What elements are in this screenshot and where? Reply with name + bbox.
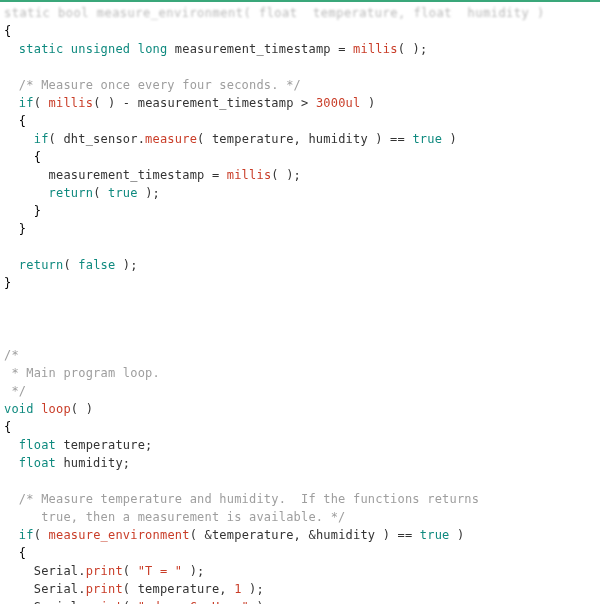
code-line: } — [4, 204, 41, 218]
code-line: } — [4, 222, 26, 236]
code-line: Serial.print( temperature, 1 ); — [4, 582, 264, 596]
code-line: return( true ); — [4, 186, 160, 200]
code-line: { — [4, 546, 26, 560]
code-line: static bool measure_environment( float t… — [4, 6, 545, 20]
code-line: if( millis( ) - measurement_timestamp > … — [4, 96, 375, 110]
code-line: { — [4, 420, 11, 434]
code-line: /* Measure once every four seconds. */ — [4, 78, 301, 92]
code-line: if( dht_sensor.measure( temperature, hum… — [4, 132, 457, 146]
code-block: static bool measure_environment( float t… — [0, 2, 600, 604]
code-line: /* Measure temperature and humidity. If … — [4, 492, 479, 506]
code-line: { — [4, 150, 41, 164]
code-line: return( false ); — [4, 258, 138, 272]
code-line: /* — [4, 348, 19, 362]
code-line: * Main program loop. — [4, 366, 160, 380]
code-line: { — [4, 24, 11, 38]
code-line: } — [4, 276, 11, 290]
code-line: true, then a measurement is available. *… — [4, 510, 346, 524]
code-line: Serial.print( "T = " ); — [4, 564, 205, 578]
code-line: static unsigned long measurement_timesta… — [4, 42, 427, 56]
code-line: { — [4, 114, 26, 128]
code-line: Serial.print( " deg. C, H = " ); — [4, 600, 271, 604]
code-line: float temperature; — [4, 438, 153, 452]
code-line: */ — [4, 384, 26, 398]
code-line: if( measure_environment( &temperature, &… — [4, 528, 464, 542]
code-line: void loop( ) — [4, 402, 93, 416]
code-line: measurement_timestamp = millis( ); — [4, 168, 301, 182]
code-line: float humidity; — [4, 456, 130, 470]
